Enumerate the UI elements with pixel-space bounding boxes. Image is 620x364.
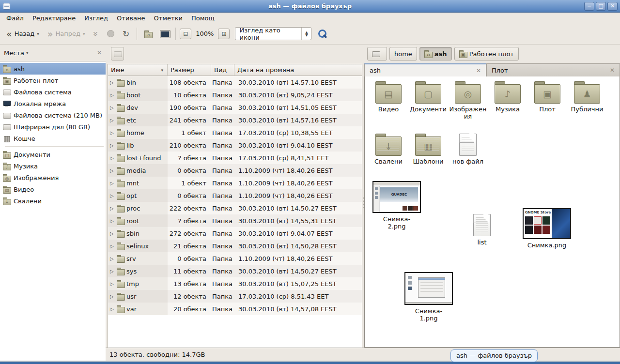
column-header-name[interactable]: Име▾ bbox=[108, 64, 168, 76]
menu-item[interactable]: Редактиране bbox=[28, 14, 80, 23]
sidebar-item[interactable]: Музика bbox=[0, 160, 106, 172]
expander-icon[interactable]: ▷ bbox=[110, 181, 115, 186]
sidebar-item[interactable]: ash bbox=[0, 63, 106, 75]
reload-button[interactable]: ↻ bbox=[119, 28, 133, 40]
menu-item[interactable]: Изглед bbox=[80, 14, 112, 23]
back-dropdown-icon[interactable]: ▾ bbox=[37, 31, 39, 36]
table-row[interactable]: ▷ bin 108 обекта Папка 30.03.2010 (вт) 1… bbox=[108, 76, 362, 89]
table-row[interactable]: ▷ mnt 1 обект Папка 1.10.2009 (чт) 18,40… bbox=[108, 177, 362, 189]
expander-icon[interactable]: ▷ bbox=[110, 243, 115, 249]
table-row[interactable]: ▷ var 20 обекта Папка 30.03.2010 (вт) 14… bbox=[108, 303, 362, 315]
view-mode-select[interactable]: Изглед като икони ▲▼ bbox=[235, 27, 311, 40]
sidebar-item[interactable]: Шифриран дял (80 GB) bbox=[0, 121, 106, 133]
sidebar-item[interactable]: Кошче bbox=[0, 133, 106, 144]
search-icon[interactable] bbox=[318, 29, 327, 39]
tab-close-icon[interactable]: ✕ bbox=[610, 67, 615, 74]
path-button[interactable] bbox=[367, 47, 387, 61]
stop-button[interactable] bbox=[104, 28, 118, 40]
sidebar-item[interactable]: Работен плот bbox=[0, 75, 106, 86]
sidebar-item[interactable]: Файлова система bbox=[0, 86, 106, 98]
folder-item[interactable]: Видео bbox=[369, 81, 408, 121]
sidebar-item[interactable]: Файлова система (210 MB) bbox=[0, 109, 106, 121]
folder-item[interactable]: Плот bbox=[527, 81, 567, 121]
table-row[interactable]: ▷ media 0 обекта Папка 1.10.2009 (чт) 18… bbox=[108, 164, 362, 177]
table-row[interactable]: ▷ etc 241 обекта Папка 30.03.2010 (вт) 1… bbox=[108, 114, 362, 126]
expander-icon[interactable]: ▷ bbox=[110, 143, 115, 148]
folder-item[interactable]: Документи bbox=[408, 81, 448, 121]
sidebar-item[interactable]: Локална мрежа bbox=[0, 98, 106, 109]
expander-icon[interactable]: ▷ bbox=[110, 306, 115, 312]
expander-icon[interactable]: ▷ bbox=[110, 193, 115, 198]
file-item-snimka2[interactable]: GUADEC Снимка-2.png bbox=[372, 181, 422, 230]
back-button[interactable]: « Назад ▾ bbox=[3, 28, 43, 40]
expander-icon[interactable]: ▷ bbox=[110, 281, 115, 287]
expander-icon[interactable]: ▷ bbox=[110, 118, 115, 123]
expander-icon[interactable]: ▷ bbox=[110, 294, 115, 299]
expander-icon[interactable]: ▷ bbox=[110, 92, 115, 98]
sidebar-item[interactable]: Изображения bbox=[0, 172, 106, 183]
expander-icon[interactable]: ▷ bbox=[110, 218, 115, 224]
table-row[interactable]: ▷ lost+found ? обекта Папка 17.03.2010 (… bbox=[108, 152, 362, 164]
expander-icon[interactable]: ▷ bbox=[110, 256, 115, 261]
table-row[interactable]: ▷ opt 0 обекта Папка 1.10.2009 (чт) 18,4… bbox=[108, 189, 362, 202]
folder-item[interactable]: Музика bbox=[488, 81, 527, 121]
forward-button[interactable]: » Напред ▾ bbox=[44, 28, 89, 40]
expander-icon[interactable]: ▷ bbox=[110, 130, 115, 136]
table-row[interactable]: ▷ home 1 обект Папка 17.03.2010 (ср) 10,… bbox=[108, 126, 362, 139]
path-button[interactable]: ash bbox=[419, 47, 452, 61]
folder-item[interactable]: Публични bbox=[567, 81, 607, 121]
close-button[interactable]: ✕ bbox=[607, 2, 618, 11]
column-header-size[interactable]: Размер bbox=[168, 64, 211, 76]
maximize-button[interactable]: □ bbox=[596, 2, 606, 11]
folder-item[interactable]: Свалени bbox=[369, 134, 408, 166]
menu-item[interactable]: Отметки bbox=[149, 14, 186, 23]
table-row[interactable]: ▷ srv 0 обекта Папка 1.10.2009 (чт) 18,4… bbox=[108, 252, 362, 265]
file-item-list[interactable]: list bbox=[466, 214, 497, 246]
column-header-date[interactable]: Дата на промяна bbox=[234, 64, 362, 76]
table-row[interactable]: ▷ sbin 272 обекта Папка 30.03.2010 (вт) … bbox=[108, 227, 362, 240]
path-button[interactable]: Работен плот bbox=[454, 47, 519, 61]
table-row[interactable]: ▷ selinux 21 обекта Папка 30.03.2010 (вт… bbox=[108, 240, 362, 252]
sidebar-close-icon[interactable]: ✕ bbox=[97, 49, 102, 56]
table-row[interactable]: ▷ sys 11 обекта Папка 30.03.2010 (вт) 14… bbox=[108, 265, 362, 277]
zoom-out-button[interactable]: ⊟ bbox=[180, 29, 191, 39]
folder-item[interactable]: Шаблони bbox=[408, 134, 448, 166]
file-item-snimka[interactable]: GNOME Store Снимка.png bbox=[522, 208, 572, 249]
root-location-button[interactable] bbox=[111, 47, 124, 61]
file-item-snimka1[interactable]: Снимка-1.png bbox=[403, 272, 454, 322]
sidebar-item[interactable] bbox=[0, 144, 106, 149]
sidebar-item[interactable]: Документи bbox=[0, 149, 106, 160]
expander-icon[interactable]: ▷ bbox=[110, 105, 115, 110]
expander-icon[interactable]: ▷ bbox=[110, 80, 115, 85]
sidebar-item[interactable]: Видео bbox=[0, 183, 106, 195]
table-row[interactable]: ▷ dev 190 обекта Папка 30.03.2010 (вт) 1… bbox=[108, 101, 362, 114]
expander-icon[interactable]: ▷ bbox=[110, 206, 115, 211]
table-row[interactable]: ▷ usr 12 обекта Папка 17.03.2010 (ср) 8,… bbox=[108, 290, 362, 303]
table-row[interactable]: ▷ proc 222 обекта Папка 30.03.2010 (вт) … bbox=[108, 202, 362, 214]
table-row[interactable]: ▷ root ? обекта Папка 30.03.2010 (вт) 14… bbox=[108, 214, 362, 227]
menu-item[interactable]: Файл bbox=[2, 14, 28, 23]
expander-icon[interactable]: ▷ bbox=[110, 168, 115, 173]
table-row[interactable]: ▷ tmp 13 обекта Папка 30.03.2010 (вт) 15… bbox=[108, 277, 362, 290]
sidebar-title[interactable]: Места bbox=[4, 49, 24, 57]
column-header-type[interactable]: Вид bbox=[211, 64, 234, 76]
tab-ash[interactable]: ash ✕ bbox=[364, 63, 486, 76]
minimize-button[interactable]: − bbox=[584, 2, 594, 11]
folder-item[interactable]: Изображения bbox=[448, 81, 488, 121]
expander-icon[interactable]: ▷ bbox=[110, 155, 115, 161]
path-button[interactable]: home bbox=[389, 47, 417, 61]
table-row[interactable]: ▷ boot 10 обекта Папка 30.03.2010 (вт) 9… bbox=[108, 89, 362, 101]
expander-icon[interactable]: ▷ bbox=[110, 231, 115, 236]
menu-item[interactable]: Помощ bbox=[187, 14, 219, 23]
sidebar-chevron-icon[interactable]: ▾ bbox=[26, 50, 29, 55]
tab-plot[interactable]: Плот ✕ bbox=[486, 63, 620, 76]
zoom-in-button[interactable]: ⊞ bbox=[218, 29, 230, 39]
expander-icon[interactable]: ▷ bbox=[110, 269, 115, 274]
view-mode-stepper-icon[interactable]: ▲▼ bbox=[301, 28, 311, 40]
table-row[interactable]: ▷ lib 210 обекта Папка 30.03.2010 (вт) 9… bbox=[108, 139, 362, 152]
menu-item[interactable]: Отиване bbox=[112, 14, 149, 23]
up-button[interactable]: » bbox=[90, 28, 102, 40]
home-button[interactable] bbox=[141, 28, 155, 40]
sidebar-item[interactable]: Свалени bbox=[0, 195, 106, 207]
computer-button[interactable] bbox=[157, 28, 171, 40]
